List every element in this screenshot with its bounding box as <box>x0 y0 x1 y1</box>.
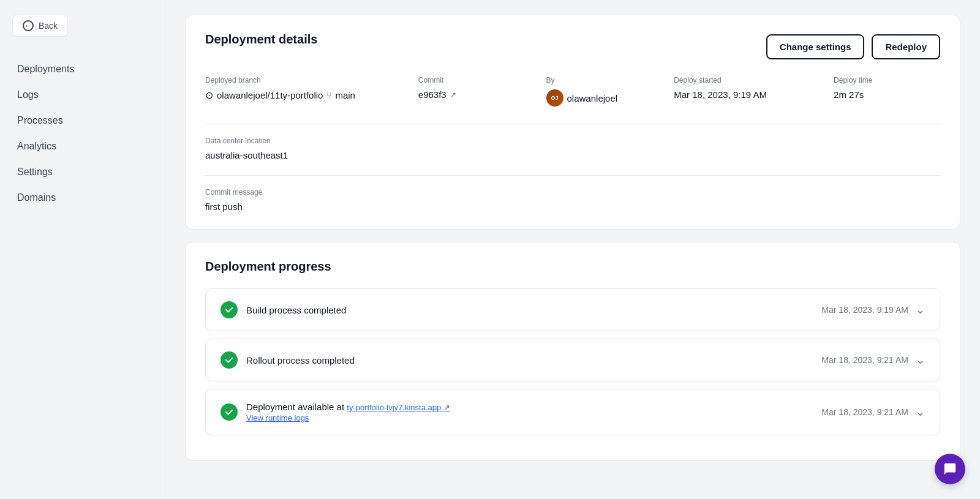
sidebar: ← Back Deployments Logs Processes Analyt… <box>0 0 165 499</box>
header-buttons: Change settings Redeploy <box>766 34 940 59</box>
build-process-left: Build process completed <box>221 301 346 318</box>
rollout-check-icon <box>221 351 238 369</box>
rollout-process-timestamp: Mar 18, 2023, 9:21 AM <box>821 355 908 365</box>
rollout-process-label: Rollout process completed <box>246 355 355 366</box>
build-process-timestamp: Mar 18, 2023, 9:19 AM <box>821 305 908 315</box>
commit-label: Commit <box>418 76 546 84</box>
build-process-label: Build process completed <box>246 305 346 315</box>
sidebar-nav: Deployments Logs Processes Analytics Set… <box>12 56 153 211</box>
sidebar-item-settings[interactable]: Settings <box>12 159 153 185</box>
build-chevron-icon[interactable]: ⌄ <box>916 303 925 317</box>
deployment-link[interactable]: ty-portfolio-lvjy7.kinsta.app ↗ <box>347 403 450 412</box>
sidebar-item-domains[interactable]: Domains <box>12 185 153 211</box>
deployment-info-grid: Deployed branch ⊙ olawanlejoel/11ty-port… <box>205 76 940 107</box>
details-header: Deployment details Change settings Redep… <box>205 32 940 61</box>
sidebar-item-logs[interactable]: Logs <box>12 82 153 108</box>
deployment-available-label: Deployment available at ty-portfolio-lvj… <box>246 402 450 422</box>
commit-message-value: first push <box>205 201 940 212</box>
back-button[interactable]: ← Back <box>12 15 68 37</box>
deployment-details-card: Deployment details Change settings Redep… <box>185 15 960 230</box>
data-center-value: australia-southeast1 <box>205 150 940 160</box>
rollout-process-right: Mar 18, 2023, 9:21 AM ⌄ <box>821 353 925 367</box>
deployment-available-left: Deployment available at ty-portfolio-lvj… <box>221 402 450 422</box>
available-chevron-icon[interactable]: ⌄ <box>916 405 925 419</box>
by-col: By OJ olawanlejoel <box>546 76 674 107</box>
sidebar-item-processes[interactable]: Processes <box>12 108 153 133</box>
deployment-available-timestamp: Mar 18, 2023, 9:21 AM <box>821 407 908 417</box>
rollout-chevron-icon[interactable]: ⌄ <box>916 353 925 367</box>
view-runtime-logs-link[interactable]: View runtime logs <box>246 413 450 422</box>
user-avatar: OJ <box>546 89 564 107</box>
deployed-branch-col: Deployed branch ⊙ olawanlejoel/11ty-port… <box>205 76 418 107</box>
deployment-progress-card: Deployment progress Build process comple… <box>185 242 960 460</box>
commit-external-link-icon[interactable]: ↗ <box>450 91 456 99</box>
back-label: Back <box>39 21 58 31</box>
deploy-time-label: Deploy time <box>834 76 940 84</box>
deployment-progress-title: Deployment progress <box>205 260 940 274</box>
commit-message-section: Commit message first push <box>205 188 940 212</box>
data-center-label: Data center location <box>205 137 940 145</box>
build-check-icon <box>221 301 238 318</box>
data-center-section: Data center location australia-southeast… <box>205 137 940 160</box>
change-settings-button[interactable]: Change settings <box>766 34 865 59</box>
deploy-time-value: 2m 27s <box>834 89 940 100</box>
commit-col: Commit e963f3 ↗ <box>418 76 546 107</box>
sidebar-item-analytics[interactable]: Analytics <box>12 133 153 159</box>
sidebar-item-deployments[interactable]: Deployments <box>12 56 153 82</box>
deploy-started-label: Deploy started <box>674 76 834 84</box>
deployment-available-item: Deployment available at ty-portfolio-lvj… <box>205 389 940 435</box>
deploy-time-col: Deploy time 2m 27s <box>834 76 940 107</box>
commit-message-label: Commit message <box>205 188 940 197</box>
deploy-started-col: Deploy started Mar 18, 2023, 9:19 AM <box>674 76 834 107</box>
by-label: By <box>546 76 674 84</box>
main-content: Deployment details Change settings Redep… <box>165 0 980 499</box>
by-value: OJ olawanlejoel <box>546 89 674 107</box>
redeploy-button[interactable]: Redeploy <box>872 34 940 59</box>
deployment-details-title: Deployment details <box>205 32 317 47</box>
available-check-icon <box>221 403 238 421</box>
deploy-started-value: Mar 18, 2023, 9:19 AM <box>674 89 834 100</box>
deployed-branch-label: Deployed branch <box>205 76 418 84</box>
deployment-available-right: Mar 18, 2023, 9:21 AM ⌄ <box>821 405 925 419</box>
build-process-item: Build process completed Mar 18, 2023, 9:… <box>205 288 940 331</box>
branch-fork-icon: ⑂ <box>326 91 331 100</box>
deployed-branch-value: ⊙ olawanlejoel/11ty-portfolio ⑂ main <box>205 89 418 101</box>
back-arrow-icon: ← <box>23 20 34 31</box>
rollout-process-left: Rollout process completed <box>221 351 355 369</box>
divider-1 <box>205 124 940 124</box>
commit-value: e963f3 ↗ <box>418 89 546 100</box>
rollout-process-item: Rollout process completed Mar 18, 2023, … <box>205 339 940 381</box>
divider-2 <box>205 175 940 176</box>
github-icon: ⊙ <box>205 89 213 101</box>
build-process-right: Mar 18, 2023, 9:19 AM ⌄ <box>821 303 925 317</box>
chat-bubble-button[interactable] <box>935 454 965 484</box>
